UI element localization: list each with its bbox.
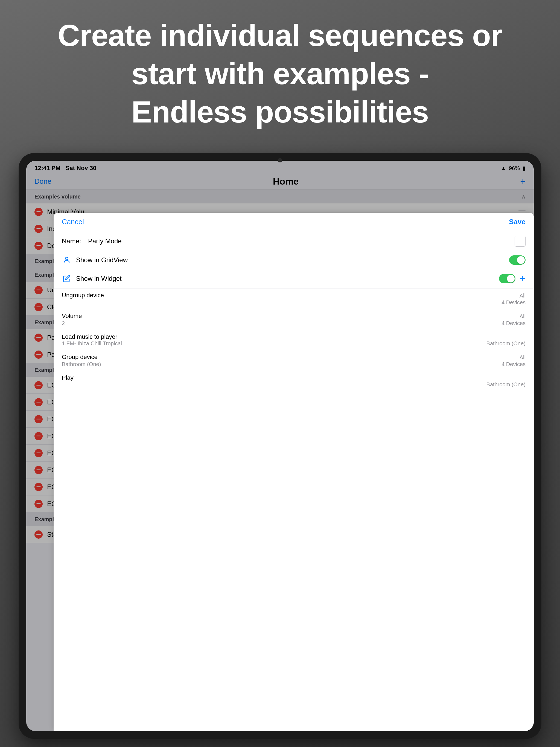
action-value: 2: [62, 320, 65, 327]
action-tag: All: [519, 354, 526, 361]
action-title: Volume: [62, 312, 82, 319]
name-input[interactable]: [88, 237, 510, 245]
widget-row: Show in Widget +: [54, 269, 534, 288]
ipad-frame: 12:41 PM Sat Nov 30 ▲ 96% ▮ Done Home + …: [19, 153, 541, 739]
svg-point-0: [65, 257, 68, 260]
add-action-button[interactable]: +: [520, 273, 526, 284]
action-tag: All: [519, 313, 526, 319]
action-volume[interactable]: Volume All 2 4 Devices: [54, 309, 534, 330]
modal-name-row: Name:: [54, 231, 534, 251]
action-ungroup[interactable]: Ungroup device All 4 Devices: [54, 288, 534, 309]
action-title: Load music to player: [62, 333, 117, 340]
person-icon: [62, 255, 72, 265]
action-title: Ungroup device: [62, 292, 104, 299]
action-devices: 4 Devices: [502, 361, 526, 367]
grid-view-toggle[interactable]: [509, 255, 526, 265]
widget-label: Show in Widget: [76, 275, 495, 282]
modal-header: Cancel Save: [54, 213, 534, 231]
pencil-icon: [62, 274, 72, 284]
grid-view-row: Show in GridView: [54, 251, 534, 269]
ipad-screen: 12:41 PM Sat Nov 30 ▲ 96% ▮ Done Home + …: [26, 161, 534, 731]
modal-cancel-button[interactable]: Cancel: [62, 217, 84, 226]
action-tag: Bathroom (One): [486, 381, 526, 388]
grid-view-label: Show in GridView: [76, 256, 505, 264]
action-devices: 4 Devices: [502, 320, 526, 327]
widget-toggle[interactable]: [499, 274, 515, 283]
action-value: 1.FM- Ibiza Chill Tropical: [62, 340, 122, 347]
action-devices: 4 Devices: [502, 300, 526, 306]
action-title: Play: [62, 374, 74, 381]
hero-headline: Create individual sequences or start wit…: [17, 17, 543, 131]
action-title: Group device: [62, 354, 98, 361]
action-load-music[interactable]: Load music to player 1.FM- Ibiza Chill T…: [54, 330, 534, 350]
action-tag: Bathroom (One): [486, 340, 526, 347]
name-label: Name:: [62, 237, 84, 245]
modal-sheet: Cancel Save Name: Show in GridView: [54, 213, 534, 731]
modal-save-button[interactable]: Save: [509, 217, 526, 226]
action-play[interactable]: Play Bathroom (One): [54, 371, 534, 391]
color-picker-button[interactable]: [515, 236, 526, 247]
action-value: Bathroom (One): [62, 361, 101, 367]
action-group-device[interactable]: Group device All Bathroom (One) 4 Device…: [54, 350, 534, 371]
camera-dot: [278, 158, 282, 162]
action-tag: All: [519, 292, 526, 299]
